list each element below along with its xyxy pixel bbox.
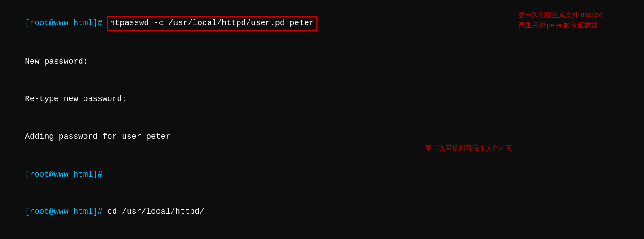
terminal-line: [root@www httpd]# ls xyxy=(5,231,639,239)
terminal-line: Re-type new password: xyxy=(5,80,639,118)
terminal-line: New password: xyxy=(5,43,639,81)
terminal-line: [root@www html]# xyxy=(5,156,639,194)
prompt: [root@www html]# xyxy=(25,170,102,179)
annotation-2: 第二次直接指定这个文件即可 xyxy=(425,143,513,153)
prompt: [root@www html]# xyxy=(25,18,102,27)
annotation-1: 第一次创建生成文件 user.pd 产生用户 peter 的认证数据 xyxy=(518,10,603,30)
cmd-space xyxy=(102,18,107,27)
prompt: [root@www html]# xyxy=(25,207,102,216)
terminal-line: [root@www html]# cd /usr/local/httpd/ xyxy=(5,193,639,231)
command-box-1: htpasswd -c /usr/local/httpd/user.pd pet… xyxy=(107,16,317,31)
terminal-line: Adding password for user peter xyxy=(5,118,639,156)
terminal-container: [root@www html]# htpasswd -c /usr/local/… xyxy=(5,4,639,239)
